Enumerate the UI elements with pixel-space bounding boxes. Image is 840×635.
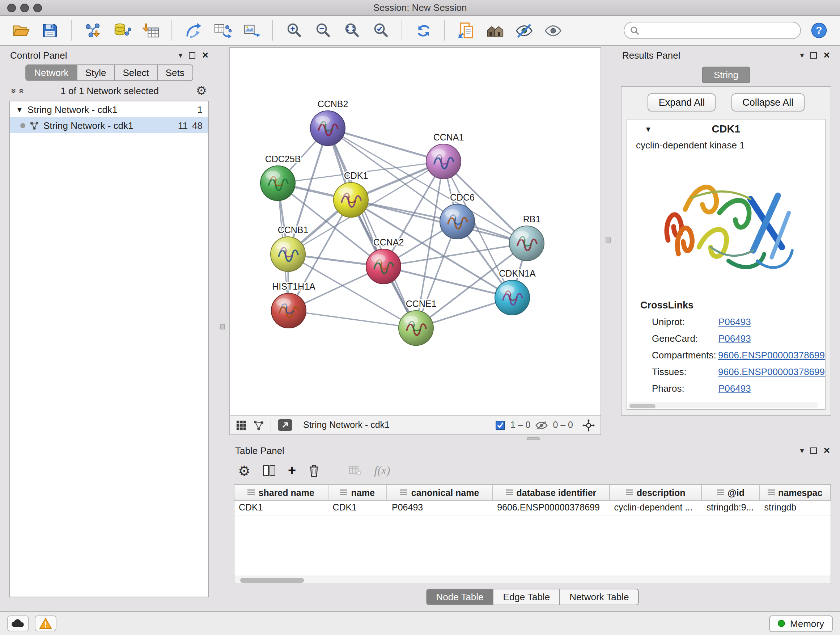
help-button[interactable]: ? (808, 19, 830, 42)
network-node-CDKN1A[interactable]: CDKN1A (495, 268, 536, 315)
crosslink-link[interactable]: 9606.ENSP00000378699 (718, 366, 825, 377)
tab-style[interactable]: Style (77, 65, 115, 81)
crosslink-link[interactable]: P06493 (718, 333, 751, 344)
main-toolbar: ? (0, 16, 840, 46)
collapse-all-button[interactable]: Collapse All (731, 93, 804, 111)
panel-menu-icon[interactable]: ▾ (800, 446, 804, 455)
tab-node-table[interactable]: Node Table (426, 589, 493, 605)
first-neighbors-button[interactable] (484, 19, 506, 42)
right-splitter-handle[interactable] (606, 238, 611, 242)
network-view-toolbar: String Network - cdk1 1 – 0 0 – 0 (230, 415, 600, 434)
zoom-fit-button[interactable] (341, 19, 363, 42)
column-header-namespac[interactable]: namespac (760, 485, 831, 500)
network-node-CCNB1[interactable]: CCNB1 (271, 225, 308, 272)
network-canvas[interactable]: CCNB2CCNA1CDC25BCDK1CDC6RB1CCNB1CCNA2CDK… (230, 48, 600, 415)
memory-button[interactable]: Memory (769, 615, 833, 632)
selected-nodes-checkbox-icon[interactable] (496, 420, 505, 430)
table-options-gear-icon[interactable]: ⚙ (238, 462, 250, 479)
panel-close-icon[interactable]: × (823, 447, 830, 454)
tab-sets[interactable]: Sets (158, 65, 193, 81)
zoom-selected-button[interactable] (370, 19, 392, 42)
crosslink-link[interactable]: 9606.ENSP00000378699 (718, 350, 825, 361)
bottom-splitter-handle[interactable] (527, 437, 540, 440)
crosslink-link[interactable]: P06493 (718, 383, 751, 394)
panel-float-icon[interactable] (189, 52, 195, 58)
network-edge[interactable] (351, 200, 527, 243)
column-header-name[interactable]: name (328, 485, 387, 500)
hidden-count: 0 – 0 (553, 420, 573, 430)
network-edge[interactable] (328, 128, 416, 328)
zoom-window-button[interactable] (33, 4, 42, 12)
network-edge[interactable] (289, 310, 416, 328)
panel-close-icon[interactable]: × (202, 51, 208, 59)
network-node-CCNA1[interactable]: CCNA1 (426, 132, 464, 179)
column-header-description[interactable]: description (609, 485, 702, 500)
copy-annotations-button[interactable] (455, 19, 477, 42)
crosslink-row: Compartments:9606.ENSP00000378699 (627, 347, 825, 363)
import-table-button[interactable] (140, 19, 161, 42)
network-collection-row[interactable]: ▼ String Network - cdk1 1 (10, 101, 208, 117)
network-edge[interactable] (328, 128, 444, 162)
tab-network-table[interactable]: Network Table (560, 589, 639, 605)
birds-eye-view-icon[interactable] (253, 420, 264, 431)
warnings-button[interactable] (35, 616, 57, 631)
import-network-from-database-button[interactable] (111, 19, 133, 42)
create-column-icon[interactable]: + (288, 464, 296, 477)
column-header-shared-name[interactable]: shared name (234, 485, 328, 500)
zoom-out-button[interactable] (312, 19, 333, 42)
network-node-CDC25B[interactable]: CDC25B (261, 154, 301, 201)
zoom-in-button[interactable] (283, 19, 305, 42)
table-hscrollbar[interactable] (234, 576, 831, 584)
gene-section-caret-icon[interactable]: ▼ (645, 125, 652, 133)
grid-mode-icon[interactable] (236, 420, 247, 431)
column-header-database-identifier[interactable]: database identifier (493, 485, 609, 500)
detach-view-icon[interactable] (278, 419, 292, 431)
minimize-window-button[interactable] (20, 4, 29, 12)
show-all-button[interactable] (542, 19, 564, 42)
show-columns-icon[interactable] (263, 465, 276, 477)
panel-menu-icon[interactable]: ▾ (800, 50, 804, 60)
collection-caret-icon[interactable]: ▼ (16, 105, 23, 113)
string-results-tab[interactable]: String (701, 67, 751, 83)
panel-float-icon[interactable] (810, 52, 817, 58)
network-options-gear-icon[interactable]: ⚙ (196, 83, 207, 98)
collection-count: 1 (197, 104, 202, 115)
new-network-view-button[interactable] (240, 19, 262, 42)
apply-layout-button[interactable] (412, 19, 434, 42)
left-splitter-handle[interactable] (220, 325, 225, 329)
network-node-RB1[interactable]: RB1 (509, 214, 544, 261)
search-input[interactable] (644, 25, 794, 35)
panel-menu-icon[interactable]: ▾ (178, 50, 182, 60)
network-node-CDC6[interactable]: CDC6 (440, 192, 475, 239)
open-session-button[interactable] (10, 19, 32, 42)
collapse-all-networks-icon[interactable]: » (16, 88, 27, 93)
expand-all-button[interactable]: Expand All (648, 93, 716, 111)
panel-close-icon[interactable]: × (823, 51, 830, 59)
panel-float-icon[interactable] (810, 447, 817, 454)
column-sort-icon (340, 489, 347, 496)
tab-select[interactable]: Select (115, 65, 157, 81)
tab-edge-table[interactable]: Edge Table (494, 589, 561, 605)
cloud-status-button[interactable] (7, 616, 29, 631)
save-session-button[interactable] (39, 19, 61, 42)
crosslink-link[interactable]: P06493 (718, 317, 751, 327)
network-node-HIST1H1A[interactable]: HIST1H1A (271, 281, 316, 328)
column-header-canonical-name[interactable]: canonical name (387, 485, 493, 500)
results-hscrollbar[interactable] (628, 402, 818, 409)
new-network-from-table-button[interactable] (211, 19, 233, 42)
close-window-button[interactable] (7, 4, 16, 12)
fit-selection-crosshair-icon[interactable] (583, 419, 595, 431)
import-network-from-file-button[interactable] (82, 19, 103, 42)
delete-column-trash-icon[interactable] (308, 464, 320, 477)
new-network-button[interactable] (182, 19, 204, 42)
network-row-selected[interactable]: String Network - cdk1 11 48 (10, 117, 208, 133)
search-field[interactable] (624, 22, 801, 39)
column-header-@id[interactable]: @id (702, 485, 760, 500)
table-cell: 9606.ENSP00000378699 (493, 501, 609, 516)
crosslinks-list: Uniprot:P06493GeneCard:P06493Compartment… (627, 314, 825, 397)
table-row[interactable]: CDK1CDK1P064939606.ENSP00000378699cyclin… (234, 501, 831, 516)
network-node-CDK1[interactable]: CDK1 (333, 171, 368, 217)
hidden-eye-icon[interactable] (535, 420, 548, 430)
hide-selected-button[interactable] (513, 19, 535, 42)
tab-network[interactable]: Network (25, 65, 77, 81)
